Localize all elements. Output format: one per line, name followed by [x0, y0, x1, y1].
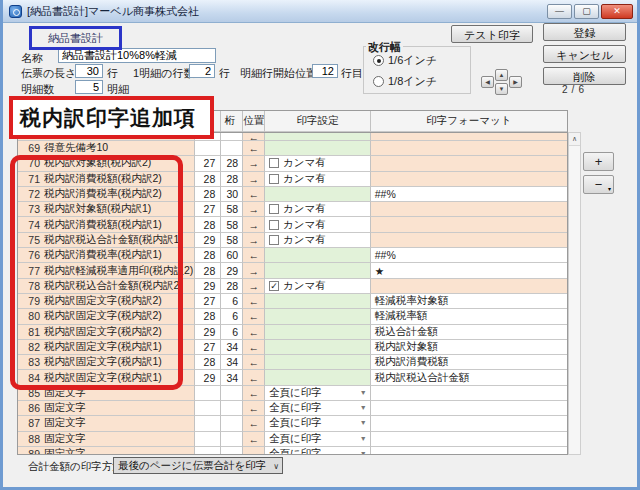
cell-align-arrow[interactable]: → [243, 156, 265, 171]
cell-print-format[interactable]: ##% [371, 248, 567, 263]
cell-print-format[interactable]: 税内訳税込合計金額 [371, 370, 567, 385]
cell-align-arrow[interactable]: → [243, 172, 265, 187]
cell-print-format[interactable] [371, 386, 567, 401]
cell-align-arrow[interactable]: → [243, 279, 265, 294]
cell-digit-position[interactable] [221, 401, 243, 416]
radio-1-8-inch[interactable]: 1/8インチ [373, 74, 470, 89]
cell-print-setting[interactable] [265, 325, 371, 340]
pad-left-button[interactable]: ◀ [481, 76, 494, 88]
cell-print-setting[interactable] [265, 370, 371, 385]
delete-button[interactable]: 削除 [543, 67, 626, 85]
vertical-scrollbar[interactable]: ∧ [568, 132, 581, 455]
cell-line-position[interactable] [195, 141, 221, 156]
cell-print-format[interactable] [371, 202, 567, 217]
test-print-button[interactable]: テスト印字 [451, 25, 533, 43]
cell-print-setting[interactable]: 全頁に印字▼ [265, 401, 371, 416]
cell-print-setting[interactable]: 全頁に印字▼ [265, 386, 371, 401]
cell-print-setting[interactable] [265, 248, 371, 263]
cell-digit-position[interactable] [221, 432, 243, 447]
slip-length-input[interactable] [75, 64, 103, 78]
cell-print-format[interactable]: ##% [371, 187, 567, 202]
cell-print-format[interactable] [371, 133, 567, 141]
cell-digit-position[interactable]: 60 [221, 248, 243, 263]
cell-align-arrow[interactable]: ← [243, 248, 265, 263]
cell-align-arrow[interactable]: ← [243, 370, 265, 385]
cell-print-setting[interactable]: 全頁に印字▼ [265, 416, 371, 431]
cell-digit-position[interactable]: 29 [221, 263, 243, 278]
name-input[interactable] [58, 48, 216, 63]
register-button[interactable]: 登録 [543, 23, 626, 41]
pad-down-button[interactable]: ▼ [495, 83, 508, 95]
cancel-button[interactable]: キャンセル [543, 45, 626, 63]
cell-digit-position[interactable]: 30 [221, 187, 243, 202]
cell-print-format[interactable]: 軽減税率対象額 [371, 294, 567, 309]
add-row-button[interactable]: + [583, 152, 614, 171]
detail-lines-input[interactable] [189, 64, 215, 78]
cell-print-setting[interactable]: 全頁に印字▼ [265, 447, 371, 455]
cell-print-format[interactable] [371, 141, 567, 156]
cell-align-arrow[interactable]: ← [243, 187, 265, 202]
cell-print-setting[interactable] [265, 133, 371, 141]
cell-digit-position[interactable]: 28 [221, 279, 243, 294]
cell-align-arrow[interactable]: ← [243, 340, 265, 355]
radio-1-6-inch[interactable]: 1/6インチ [373, 53, 470, 68]
cell-align-arrow[interactable]: ← [243, 432, 265, 447]
minimize-button[interactable]: — [547, 4, 572, 19]
cell-line-position[interactable]: 28 [195, 248, 221, 263]
cell-align-arrow[interactable]: → [243, 263, 265, 278]
cell-print-format[interactable] [371, 172, 567, 187]
cell-print-setting[interactable] [265, 187, 371, 202]
cell-print-setting[interactable] [265, 263, 371, 278]
checkbox-checked-icon[interactable]: ✓ [269, 281, 279, 291]
cell-print-format[interactable]: 軽減税率額 [371, 309, 567, 324]
cell-line-position[interactable]: 29 [195, 233, 221, 248]
detail-count-input[interactable] [75, 80, 103, 94]
cell-print-format[interactable]: 税内訳消費税額 [371, 355, 567, 370]
cell-align-arrow[interactable]: ← [243, 294, 265, 309]
cell-print-setting[interactable] [265, 355, 371, 370]
pad-up-button[interactable]: ▲ [495, 69, 508, 81]
maximize-button[interactable]: ▢ [574, 4, 599, 19]
cell-align-arrow[interactable]: ← [243, 355, 265, 370]
cell-print-format[interactable] [371, 432, 567, 447]
cell-digit-position[interactable]: 28 [221, 172, 243, 187]
cell-digit-position[interactable]: 6 [221, 294, 243, 309]
cell-print-format[interactable] [371, 279, 567, 294]
cell-line-position[interactable]: 29 [195, 370, 221, 385]
cell-print-format[interactable] [371, 447, 567, 455]
cell-line-position[interactable]: 29 [195, 325, 221, 340]
cell-print-setting[interactable] [265, 141, 371, 156]
cell-print-setting[interactable] [265, 294, 371, 309]
cell-digit-position[interactable] [221, 133, 243, 141]
cell-print-setting[interactable]: カンマ有 [265, 202, 371, 217]
cell-align-arrow[interactable]: ← [243, 133, 265, 141]
cell-align-arrow[interactable]: ← [243, 447, 265, 455]
cell-print-format[interactable] [371, 156, 567, 171]
cell-line-position[interactable]: 28 [195, 263, 221, 278]
detail-start-input[interactable] [312, 64, 338, 78]
cell-print-setting[interactable]: カンマ有 [265, 172, 371, 187]
cell-digit-position[interactable]: 28 [221, 156, 243, 171]
cell-digit-position[interactable]: 58 [221, 202, 243, 217]
cell-line-position[interactable] [195, 416, 221, 431]
cell-print-format[interactable] [371, 233, 567, 248]
cell-line-position[interactable]: 28 [195, 217, 221, 232]
cell-align-arrow[interactable]: → [243, 217, 265, 232]
cell-align-arrow[interactable]: ← [243, 416, 265, 431]
cell-digit-position[interactable]: 6 [221, 309, 243, 324]
cell-align-arrow[interactable]: ← [243, 386, 265, 401]
cell-print-format[interactable]: ★ [371, 263, 567, 278]
cell-line-position[interactable]: 28 [195, 355, 221, 370]
cell-digit-position[interactable] [221, 416, 243, 431]
cell-print-format[interactable] [371, 416, 567, 431]
cell-print-format[interactable] [371, 217, 567, 232]
cell-digit-position[interactable]: 34 [221, 370, 243, 385]
cell-line-position[interactable] [195, 386, 221, 401]
tab-invoice-design[interactable]: 納品書設計 [48, 31, 103, 46]
cell-print-setting[interactable]: カンマ有 [265, 156, 371, 171]
cell-print-format[interactable] [371, 401, 567, 416]
cell-print-setting[interactable] [265, 340, 371, 355]
cell-align-arrow[interactable]: ← [243, 401, 265, 416]
checkbox-unchecked-icon[interactable] [269, 204, 279, 214]
cell-digit-position[interactable]: 58 [221, 233, 243, 248]
